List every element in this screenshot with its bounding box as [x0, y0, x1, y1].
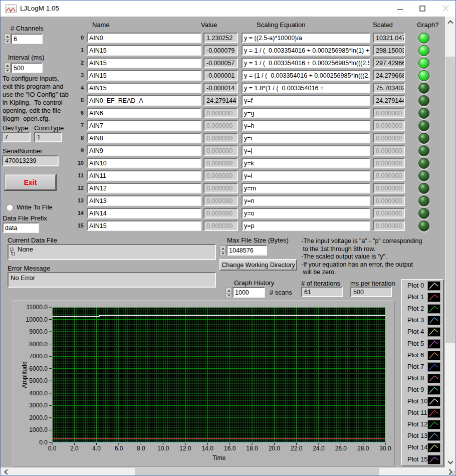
channel-name-input[interactable]: AIN13	[87, 195, 201, 206]
legend-item-label[interactable]: Plot 3	[407, 316, 424, 324]
legend-item-label[interactable]: Plot 7	[407, 363, 424, 370]
channel-name-input[interactable]: AIN15	[87, 45, 201, 56]
graph-enable-led[interactable]	[418, 133, 429, 144]
scaling-equation-input[interactable]: y=o	[242, 208, 370, 218]
horizontal-scrollbar-thumb[interactable]	[135, 468, 379, 475]
graph-enable-led[interactable]	[418, 220, 429, 231]
channel-name-input[interactable]: AIN9	[87, 145, 201, 156]
graph-enable-led[interactable]	[418, 145, 429, 156]
graph-enable-led[interactable]	[418, 120, 429, 131]
minimize-button[interactable]	[389, 1, 411, 16]
graph-enable-led[interactable]	[418, 70, 429, 81]
legend-item-label[interactable]: Plot 8	[407, 374, 424, 382]
scaling-equation-input[interactable]: y=m	[242, 183, 370, 193]
graph-history-input[interactable]: 1000	[233, 287, 265, 298]
legend-item-label[interactable]: Plot 9	[407, 386, 424, 393]
legend-line-swatch-icon[interactable]	[427, 281, 440, 291]
interval-input[interactable]: 500	[11, 63, 43, 73]
scaling-equation-input[interactable]: y = 1.8*(1 / ( 0.003354016 +	[242, 83, 370, 93]
graph-enable-led[interactable]	[418, 33, 429, 44]
graph-enable-led[interactable]	[418, 58, 429, 69]
legend-item-label[interactable]: Plot 6	[407, 351, 424, 359]
channels-spinner[interactable]	[4, 34, 11, 44]
data-file-prefix-input[interactable]: data	[3, 222, 39, 233]
graph-enable-led[interactable]	[418, 45, 429, 56]
scroll-down-icon[interactable]	[445, 457, 455, 466]
graph-enable-led[interactable]	[418, 95, 429, 106]
graph-enable-led[interactable]	[418, 83, 429, 94]
change-working-directory-button[interactable]: Change Working Directory	[219, 259, 297, 271]
legend-line-swatch-icon[interactable]	[427, 408, 440, 418]
legend-item-label[interactable]: Plot 0	[407, 282, 424, 289]
channel-name-input[interactable]: AIN15	[87, 220, 201, 231]
channel-name-input[interactable]: AIN0	[87, 33, 201, 43]
legend-item-label[interactable]: Plot 14	[407, 443, 427, 451]
close-button[interactable]	[434, 1, 456, 16]
graph-enable-led[interactable]	[418, 195, 429, 206]
channel-name-input[interactable]: AIN11	[87, 170, 201, 181]
channel-name-input[interactable]: AIN0_EF_READ_A	[87, 95, 201, 106]
maximize-button[interactable]	[411, 1, 433, 16]
write-to-file-radio[interactable]	[6, 204, 14, 211]
scaling-equation-input[interactable]: y=g	[242, 108, 370, 118]
channel-name-input[interactable]: AIN7	[87, 120, 201, 131]
legend-item-label[interactable]: Plot 1	[407, 293, 424, 301]
legend-item-label[interactable]: Plot 5	[407, 340, 424, 347]
legend-line-swatch-icon[interactable]	[427, 443, 440, 452]
legend-item-label[interactable]: Plot 2	[407, 305, 424, 312]
channel-name-input[interactable]: AIN12	[87, 183, 201, 193]
scaling-equation-input[interactable]: y = ((2.5-a)*10000)/a	[242, 33, 370, 43]
graph-enable-led[interactable]	[418, 158, 429, 169]
vertical-scrollbar-thumb[interactable]	[445, 57, 455, 343]
graph-enable-led[interactable]	[418, 108, 429, 119]
channel-name-input[interactable]: AIN15	[87, 58, 201, 68]
legend-line-swatch-icon[interactable]	[427, 351, 440, 360]
scaling-equation-input[interactable]: y = (1 / ( 0.003354016 + 0.000256985*ln(…	[242, 70, 370, 81]
max-file-size-input[interactable]: 1048576	[226, 245, 267, 256]
channel-name-input[interactable]: AIN6	[87, 108, 201, 118]
legend-line-swatch-icon[interactable]	[427, 304, 440, 314]
scaling-equation-input[interactable]: y=j	[242, 145, 370, 156]
scaling-equation-input[interactable]: y=l	[242, 170, 370, 181]
legend-item-label[interactable]: Plot 10	[407, 397, 427, 405]
resize-grip-icon[interactable]	[450, 471, 455, 475]
channel-name-input[interactable]: AIN10	[87, 158, 201, 168]
legend-line-swatch-icon[interactable]	[427, 339, 440, 349]
scaling-equation-input[interactable]: y=h	[242, 120, 370, 131]
scaling-equation-input[interactable]: y = 1 / ( 0.003354016 + 0.000256985*ln(1…	[242, 45, 370, 56]
scaling-equation-input[interactable]: y=i	[242, 133, 370, 143]
graph-enable-led[interactable]	[418, 208, 429, 219]
legend-line-swatch-icon[interactable]	[427, 455, 440, 464]
scroll-up-icon[interactable]	[445, 18, 455, 27]
graph-history-spinner[interactable]	[225, 288, 232, 298]
legend-line-swatch-icon[interactable]	[427, 362, 440, 372]
legend-line-swatch-icon[interactable]	[427, 385, 440, 395]
scaling-equation-input[interactable]: y=n	[242, 195, 370, 206]
channel-name-input[interactable]: AIN14	[87, 208, 201, 218]
channel-name-input[interactable]: AIN15	[87, 70, 201, 81]
legend-line-swatch-icon[interactable]	[427, 316, 440, 325]
legend-item-label[interactable]: Plot 11	[407, 409, 427, 416]
scaling-equation-input[interactable]: y = 1 / ( 0.003354016 + 0.000256985*ln((…	[242, 58, 370, 68]
legend-line-swatch-icon[interactable]	[427, 431, 440, 441]
channel-name-input[interactable]: AIN8	[87, 133, 201, 143]
legend-item-label[interactable]: Plot 12	[407, 420, 427, 428]
legend-line-swatch-icon[interactable]	[427, 397, 440, 406]
max-file-size-spinner[interactable]	[219, 246, 226, 256]
graph-enable-led[interactable]	[418, 170, 429, 181]
exit-button[interactable]: Exit	[5, 174, 56, 190]
scaling-equation-input[interactable]: y=f	[242, 95, 370, 106]
legend-line-swatch-icon[interactable]	[427, 374, 440, 383]
legend-line-swatch-icon[interactable]	[427, 420, 440, 429]
scaling-equation-input[interactable]: y=p	[242, 220, 370, 231]
legend-line-swatch-icon[interactable]	[427, 293, 440, 302]
legend-line-swatch-icon[interactable]	[427, 327, 440, 337]
interval-spinner[interactable]	[4, 63, 11, 73]
legend-item-label[interactable]: Plot 4	[407, 328, 424, 335]
graph-enable-led[interactable]	[418, 183, 429, 194]
channel-name-input[interactable]: AIN15	[87, 83, 201, 93]
legend-item-label[interactable]: Plot 15	[407, 455, 427, 463]
scroll-left-icon[interactable]	[2, 467, 11, 476]
legend-item-label[interactable]: Plot 13	[407, 432, 427, 439]
channels-input[interactable]: 6	[11, 34, 43, 44]
